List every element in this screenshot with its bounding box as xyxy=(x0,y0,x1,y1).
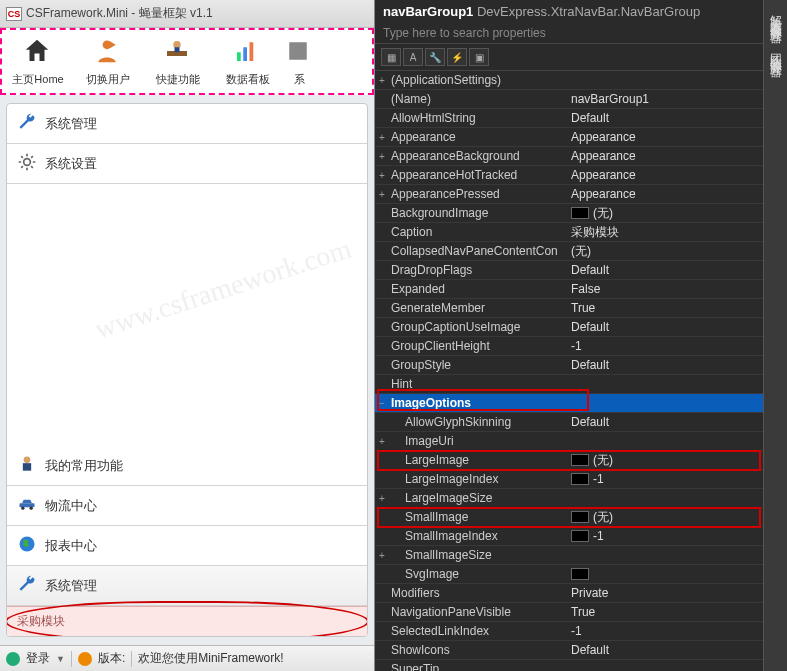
svg-point-8 xyxy=(24,159,31,166)
categorized-icon[interactable]: ▦ xyxy=(381,48,401,66)
desk-icon xyxy=(162,36,194,68)
pg-search-input[interactable]: Type here to search properties xyxy=(375,23,787,44)
pg-row-Name[interactable]: (Name)navBarGroup1 xyxy=(375,90,787,109)
expander-icon[interactable]: + xyxy=(375,436,389,447)
expander-icon[interactable]: + xyxy=(375,151,389,162)
pg-row-LargeImageIndex[interactable]: LargeImageIndex-1 xyxy=(375,470,787,489)
nav-item-car[interactable]: 物流中心 xyxy=(7,486,367,526)
wrench-icon xyxy=(17,574,37,597)
app-body: 系统管理系统设置 www.csframework.com 我的常用功能物流中心报… xyxy=(0,95,374,645)
side-tab[interactable]: 团队资源管理器 xyxy=(767,44,784,58)
color-swatch xyxy=(571,530,589,542)
expander-icon[interactable]: + xyxy=(375,75,389,86)
pg-row-Appearance[interactable]: +AppearanceAppearance xyxy=(375,128,787,147)
pg-row-ApplicationSettings[interactable]: +(ApplicationSettings) xyxy=(375,71,787,90)
pg-row-CollapsedNavPaneContentCon[interactable]: CollapsedNavPaneContentCon(无) xyxy=(375,242,787,261)
pg-row-SvgImage[interactable]: SvgImage xyxy=(375,565,787,584)
window-title: CSFramework.Mini - 蝇量框架 v1.1 xyxy=(26,5,213,22)
svg-point-9 xyxy=(24,457,31,464)
nav-item-wrench[interactable]: 系统管理 xyxy=(7,566,367,606)
wrench-icon xyxy=(17,112,37,135)
nav-bottom: 我的常用功能物流中心报表中心系统管理 xyxy=(7,446,367,606)
pg-row-DragDropFlags[interactable]: DragDropFlagsDefault xyxy=(375,261,787,280)
status-welcome: 欢迎您使用MiniFramework! xyxy=(138,650,283,667)
pg-row-GroupStyle[interactable]: GroupStyleDefault xyxy=(375,356,787,375)
pg-row-SmallImageSize[interactable]: +SmallImageSize xyxy=(375,546,787,565)
pg-row-AllowGlyphSkinning[interactable]: AllowGlyphSkinningDefault xyxy=(375,413,787,432)
toolbar-more-button[interactable]: 系 xyxy=(284,32,314,91)
pg-row-BackgroundImage[interactable]: BackgroundImage(无) xyxy=(375,204,787,223)
pg-row-SelectedLinkIndex[interactable]: SelectedLinkIndex-1 xyxy=(375,622,787,641)
pg-row-AllowHtmlString[interactable]: AllowHtmlStringDefault xyxy=(375,109,787,128)
expander-icon[interactable]: + xyxy=(375,132,389,143)
pg-row-Expanded[interactable]: ExpandedFalse xyxy=(375,280,787,299)
pg-row-NavigationPaneVisible[interactable]: NavigationPaneVisibleTrue xyxy=(375,603,787,622)
pg-toolbar: ▦ A 🔧 ⚡ ▣ xyxy=(375,44,787,71)
nav-footer[interactable]: 采购模块 xyxy=(7,606,367,636)
properties-icon[interactable]: 🔧 xyxy=(425,48,445,66)
pg-row-Caption[interactable]: Caption采购模块 xyxy=(375,223,787,242)
alphabetical-icon[interactable]: A xyxy=(403,48,423,66)
status-login[interactable]: 登录 xyxy=(26,650,50,667)
pg-row-LargeImage[interactable]: LargeImage(无) xyxy=(375,451,787,470)
color-swatch xyxy=(571,568,589,580)
nav-item-person[interactable]: 我的常用功能 xyxy=(7,446,367,486)
dropdown-icon[interactable]: ▼ xyxy=(56,654,65,664)
pg-row-ShowIcons[interactable]: ShowIconsDefault xyxy=(375,641,787,660)
pg-row-SuperTip[interactable]: SuperTip xyxy=(375,660,787,671)
more-icon xyxy=(283,36,315,68)
expander-icon[interactable]: + xyxy=(375,170,389,181)
svg-point-12 xyxy=(21,507,24,510)
pg-row-AppearanceHotTracked[interactable]: +AppearanceHotTrackedAppearance xyxy=(375,166,787,185)
nav-top: 系统管理系统设置 xyxy=(7,104,367,184)
pg-row-Hint[interactable]: Hint xyxy=(375,375,787,394)
statusbar: 登录 ▼ 版本: 欢迎您使用MiniFramework! xyxy=(0,645,374,671)
toolbar-user-button[interactable]: 切换用户 xyxy=(74,32,142,91)
pg-row-SmallImage[interactable]: SmallImage(无) xyxy=(375,508,787,527)
color-swatch xyxy=(571,454,589,466)
side-tab[interactable]: 解决方案资源管理器 xyxy=(767,6,784,24)
gear-icon xyxy=(17,152,37,175)
toolbar-chart-button[interactable]: 数据看板 xyxy=(214,32,282,91)
extra-icon[interactable]: ▣ xyxy=(469,48,489,66)
car-icon xyxy=(17,494,37,517)
expander-icon[interactable]: − xyxy=(375,398,389,409)
toolbar-desk-button[interactable]: 快捷功能 xyxy=(144,32,212,91)
expander-icon[interactable]: + xyxy=(375,493,389,504)
pg-row-AppearancePressed[interactable]: +AppearancePressedAppearance xyxy=(375,185,787,204)
svg-rect-10 xyxy=(23,463,31,471)
pg-row-GroupClientHeight[interactable]: GroupClientHeight-1 xyxy=(375,337,787,356)
pg-row-GenerateMember[interactable]: GenerateMemberTrue xyxy=(375,299,787,318)
expander-icon[interactable]: + xyxy=(375,189,389,200)
pg-row-ImageOptions[interactable]: −ImageOptions xyxy=(375,394,787,413)
nav-footer-label: 采购模块 xyxy=(17,614,65,628)
globe-icon xyxy=(17,534,37,557)
person-icon xyxy=(17,454,37,477)
side-tabs: 解决方案资源管理器团队资源管理器 xyxy=(763,0,787,671)
color-swatch xyxy=(571,511,589,523)
pg-rows: +(ApplicationSettings)(Name)navBarGroup1… xyxy=(375,71,787,671)
app-window: CS CSFramework.Mini - 蝇量框架 v1.1 主页Home切换… xyxy=(0,0,375,671)
nav-spacer: www.csframework.com xyxy=(7,184,367,446)
nav-item-globe[interactable]: 报表中心 xyxy=(7,526,367,566)
pg-row-GroupCaptionUseImage[interactable]: GroupCaptionUseImageDefault xyxy=(375,318,787,337)
pg-row-AppearanceBackground[interactable]: +AppearanceBackgroundAppearance xyxy=(375,147,787,166)
pg-row-SmallImageIndex[interactable]: SmallImageIndex-1 xyxy=(375,527,787,546)
user-icon xyxy=(6,652,20,666)
pg-row-LargeImageSize[interactable]: +LargeImageSize xyxy=(375,489,787,508)
separator xyxy=(131,651,132,667)
version-icon xyxy=(78,652,92,666)
expander-icon[interactable]: + xyxy=(375,550,389,561)
svg-point-13 xyxy=(30,507,33,510)
nav-panel: 系统管理系统设置 www.csframework.com 我的常用功能物流中心报… xyxy=(6,103,368,637)
status-version[interactable]: 版本: xyxy=(98,650,125,667)
pg-row-Modifiers[interactable]: ModifiersPrivate xyxy=(375,584,787,603)
pg-row-ImageUri[interactable]: +ImageUri xyxy=(375,432,787,451)
toolbar-home-button[interactable]: 主页Home xyxy=(4,32,72,91)
svg-rect-6 xyxy=(250,42,254,61)
nav-item-wrench[interactable]: 系统管理 xyxy=(7,104,367,144)
svg-rect-7 xyxy=(289,42,307,60)
pg-object-type: DevExpress.XtraNavBar.NavBarGroup xyxy=(477,4,700,19)
events-icon[interactable]: ⚡ xyxy=(447,48,467,66)
nav-item-gear[interactable]: 系统设置 xyxy=(7,144,367,184)
